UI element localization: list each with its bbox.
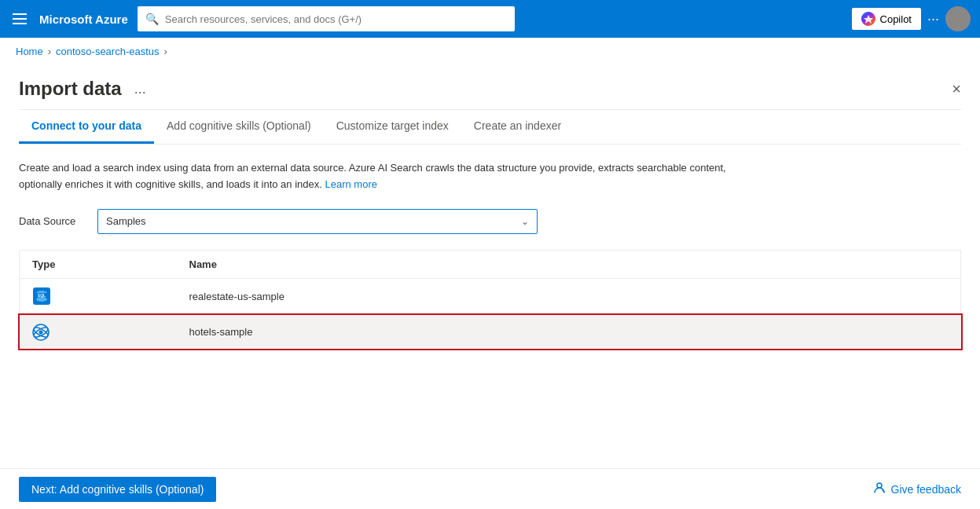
hamburger-menu[interactable] [9, 10, 30, 27]
breadcrumb-separator-2: › [164, 46, 167, 57]
tab-cognitive-skills[interactable]: Add cognitive skills (Optional) [154, 110, 324, 144]
name-cell-realestate: realestate-us-sample [177, 278, 961, 315]
page-title: Import data [19, 78, 122, 100]
cosmos-db-icon [32, 324, 50, 341]
breadcrumb-separator-1: › [48, 46, 51, 57]
column-header-type: Type [20, 250, 177, 278]
learn-more-link[interactable]: Learn more [325, 178, 377, 190]
page-more-options-button[interactable]: ... [130, 79, 151, 99]
copilot-button[interactable]: Copilot [852, 8, 921, 30]
feedback-person-icon [872, 481, 886, 495]
tab-customize-index[interactable]: Customize target index [324, 110, 461, 144]
svg-point-10 [877, 483, 882, 488]
user-avatar[interactable] [945, 6, 971, 31]
svg-text:SQL: SQL [38, 293, 46, 298]
data-source-value: Samples [106, 215, 146, 227]
global-search-bar[interactable]: 🔍 [138, 6, 515, 31]
data-source-select[interactable]: Samples ⌄ [97, 209, 538, 234]
feedback-label: Give feedback [891, 483, 962, 496]
breadcrumb-resource[interactable]: contoso-search-eastus [56, 46, 160, 57]
copilot-label: Copilot [880, 13, 912, 25]
tab-create-indexer[interactable]: Create an indexer [461, 110, 574, 144]
name-cell-hotels: hotels-sample [177, 315, 961, 349]
column-header-name: Name [177, 250, 961, 278]
chevron-down-icon: ⌄ [521, 216, 529, 227]
type-cell: SQL [20, 278, 177, 315]
top-navigation: Microsoft Azure 🔍 Copilot ··· [0, 0, 980, 38]
search-input[interactable] [165, 13, 507, 25]
breadcrumb-home[interactable]: Home [16, 46, 43, 57]
next-button[interactable]: Next: Add cognitive skills (Optional) [19, 477, 216, 502]
samples-table: Type Name SQL reales [19, 250, 961, 350]
description-text: Create and load a search index using dat… [19, 160, 726, 193]
tab-connect-data[interactable]: Connect to your data [19, 110, 154, 144]
close-button[interactable]: × [952, 81, 961, 97]
data-source-label: Data Source [19, 215, 82, 227]
cosmos-type-icon [32, 324, 50, 341]
nav-right-section: Copilot ··· [852, 6, 971, 31]
breadcrumb: Home › contoso-search-eastus › [0, 38, 980, 65]
type-cell-cosmos [20, 315, 177, 349]
table-row[interactable]: hotels-sample [20, 315, 961, 349]
data-source-row: Data Source Samples ⌄ [19, 209, 961, 234]
copilot-icon [861, 12, 875, 26]
page-header: Import data ... × [19, 65, 961, 110]
azure-logo: Microsoft Azure [39, 13, 128, 26]
more-options-icon[interactable]: ··· [927, 11, 939, 27]
wizard-tabs: Connect to your data Add cognitive skill… [19, 110, 961, 145]
bottom-action-bar: Next: Add cognitive skills (Optional) Gi… [0, 468, 980, 507]
table-header-row: Type Name [20, 250, 961, 278]
search-icon: 🔍 [145, 13, 159, 25]
main-content: Import data ... × Connect to your data A… [0, 65, 980, 507]
give-feedback-link[interactable]: Give feedback [872, 481, 962, 498]
svg-point-9 [39, 330, 43, 334]
table-row[interactable]: SQL realestate-us-sample [20, 278, 961, 315]
sql-type-icon: SQL [32, 287, 51, 306]
sql-database-icon: SQL [33, 287, 50, 305]
feedback-icon [872, 481, 886, 498]
page-title-row: Import data ... [19, 78, 151, 100]
